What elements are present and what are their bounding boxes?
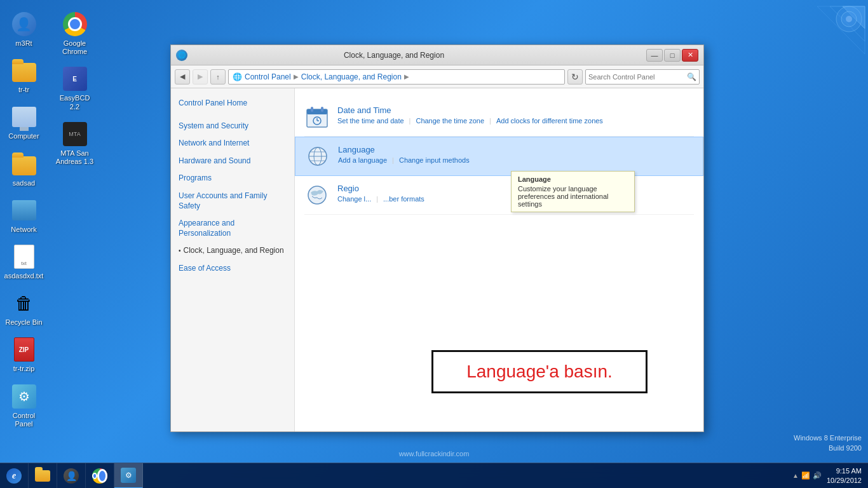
tray-icons: ▲ 📶 🔊 [792,471,822,480]
sidebar-item-appearance[interactable]: Appearance and Personalization [171,215,294,242]
region-link-1[interactable]: Change l... [337,195,371,203]
date-time-link-3[interactable]: Add clocks for different time zones [496,117,603,125]
easybcd-icon: E [63,67,87,91]
tray-arrow[interactable]: ▲ [792,472,799,479]
back-button[interactable]: ◀ [175,69,190,85]
desktop-icon-m3rt-label: m3Rt [15,39,32,48]
desktop-icon-zip[interactable]: ZIP tr-tr.zip [0,332,48,378]
svg-rect-8 [311,107,313,112]
clock-date: 10/29/2012 [827,476,862,485]
taskbar-person-button[interactable]: 👤 [57,463,86,489]
forward-button[interactable]: ▶ [193,69,208,85]
refresh-button[interactable]: ↻ [567,69,583,85]
language-link-2[interactable]: Change input methods [399,156,470,164]
watermark: www.fullcrackindir.com [399,450,470,458]
desktop: 👤 m3Rt tr-tr Computer sadsad [0,0,868,488]
control-panel-window: 🌐 Clock, Language, and Region — □ ✕ ◀ ▶ … [170,44,704,432]
desktop-icon-asdasdxd[interactable]: txt asdasdxd.txt [0,239,48,285]
desktop-icon-sadsad[interactable]: sadsad [0,146,48,193]
svg-rect-7 [307,109,327,114]
window-icon: 🌐 [176,50,187,61]
desktop-icon-tr-tr-label: tr-tr [18,86,29,94]
chrome-icon [63,12,87,36]
minimize-button[interactable]: — [646,49,663,62]
desktop-icon-computer[interactable]: Computer [0,99,48,146]
taskbar-chrome-button[interactable] [86,463,114,489]
date-time-link-1[interactable]: Set the time and date [337,117,404,125]
desktop-icon-computer-label: Computer [8,132,39,140]
taskbar-folder-button[interactable] [29,463,57,489]
close-button[interactable]: ✕ [682,49,698,62]
language-icon [305,144,330,169]
desktop-icon-tr-tr[interactable]: tr-tr [0,53,48,99]
maximize-button[interactable]: □ [664,49,681,62]
up-button[interactable]: ↑ [210,69,226,85]
windows-info: Windows 8 Enterprise Build 9200 [794,433,862,453]
tooltip-description: Customize your language preferences and … [518,185,628,208]
clock-time: 9:15 AM [827,466,862,475]
sidebar-item-home[interactable]: Control Panel Home [171,95,294,112]
desktop-icon-control-panel-label: Control Panel [3,412,44,428]
sidebar-item-network[interactable]: Network and Internet [171,135,294,152]
desktop-icon-asdasdxd-label: asdasdxd.txt [4,272,44,280]
mta-icon: MTA [63,122,87,146]
date-time-link-2[interactable]: Change the time zone [416,117,484,125]
window-controls: — □ ✕ [646,49,698,62]
control-panel-icon: ⚙ [12,384,36,409]
language-link-1[interactable]: Add a language [338,156,387,164]
network-tray-icon: 📶 [801,471,810,480]
windows-edition: Windows 8 Enterprise [794,433,862,443]
desktop-icon-easybcd[interactable]: E EasyBCD 2.2 [51,61,98,116]
title-bar[interactable]: 🌐 Clock, Language, and Region — □ ✕ [171,45,703,65]
clock-area[interactable]: 9:15 AM 10/29/2012 [827,466,862,485]
svg-rect-9 [321,107,323,112]
desktop-icon-mta[interactable]: MTA MTA San Andreas 1.3 [51,116,98,171]
sidebar-item-ease[interactable]: Ease of Access [171,260,294,278]
desktop-icon-recycle[interactable]: 🗑 Recycle Bin [0,285,48,332]
sidebar-item-hardware[interactable]: Hardware and Sound [171,152,294,170]
address-path[interactable]: 🌐 Control Panel ▶ Clock, Language, and R… [228,69,565,85]
language-section: Language Add a language | Change input m… [295,137,703,176]
taskbar-apps: e 👤 [0,463,786,488]
desktop-icon-m3rt[interactable]: 👤 m3Rt [0,6,48,53]
desktop-icon-chrome-label: Google Chrome [54,39,95,56]
person-taskbar-icon: 👤 [64,468,79,484]
recycle-icon: 🗑 [13,291,36,315]
top-right-decoration [766,0,868,76]
region-section: Regio Change l... | ...ber formats [304,176,694,215]
windows-build: Build 9200 [794,444,862,453]
path-current[interactable]: Clock, Language, and Region [301,72,402,81]
desktop-icon-network-label: Network [11,226,36,234]
region-link-2[interactable]: ...ber formats [383,195,424,203]
taskbar-ie-button[interactable]: e [0,463,29,489]
sidebar-item-programs[interactable]: Programs [171,170,294,187]
search-icon[interactable]: 🔍 [687,72,696,81]
system-tray: ▲ 📶 🔊 9:15 AM 10/29/2012 [786,466,868,485]
desktop-icon-chrome[interactable]: Google Chrome [51,6,98,61]
date-time-body: Date and Time Set the time and date | Ch… [337,104,694,125]
volume-tray-icon[interactable]: 🔊 [813,471,822,480]
region-title[interactable]: Regio [337,184,359,193]
desktop-icon-network[interactable]: Network [0,193,48,239]
language-links: Add a language | Change input methods [338,156,693,164]
date-time-links: Set the time and date | Change the time … [337,117,694,125]
region-icon [304,182,330,208]
taskbar: e 👤 [0,463,868,488]
sidebar-item-user-accounts[interactable]: User Accounts and Family Safety [171,187,294,215]
sidebar-item-system[interactable]: System and Security [171,118,294,135]
path-control-panel[interactable]: Control Panel [245,72,291,81]
sidebar-item-clock-language[interactable]: • Clock, Language, and Region [171,242,294,260]
zip-icon: ZIP [14,337,34,362]
date-time-title[interactable]: Date and Time [337,105,391,115]
address-bar: ◀ ▶ ↑ 🌐 Control Panel ▶ Clock, Language,… [171,65,703,88]
user-icon: 👤 [12,12,36,36]
desktop-icon-mta-label: MTA San Andreas 1.3 [54,149,95,166]
date-time-section: Date and Time Set the time and date | Ch… [304,98,694,137]
taskbar-control-panel-button[interactable]: ⚙ [114,463,143,489]
desktop-icon-sadsad-label: sadsad [13,179,35,187]
txt-icon: txt [14,245,34,269]
desktop-icon-control-panel[interactable]: ⚙ Control Panel [0,379,48,433]
control-panel-taskbar-icon: ⚙ [121,468,136,483]
search-input[interactable] [588,73,687,81]
language-title[interactable]: Language [338,145,375,154]
